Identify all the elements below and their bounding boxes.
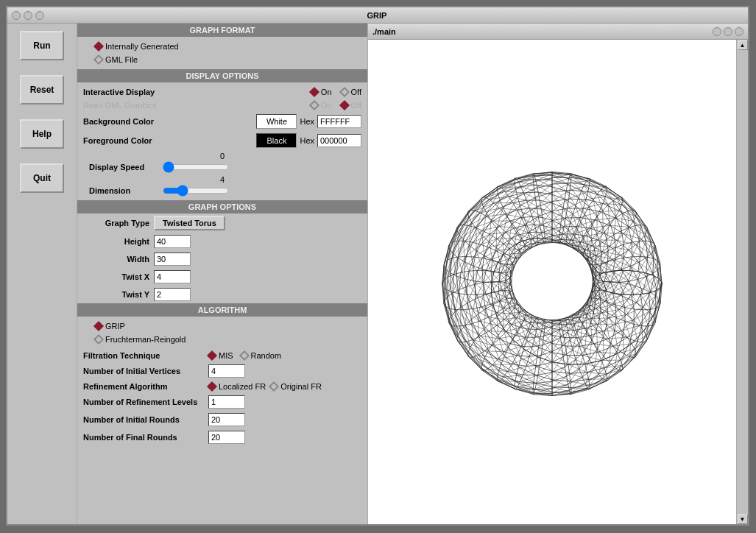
window-title: GRIP	[44, 11, 710, 20]
read-gml-off-radio[interactable]	[339, 100, 349, 110]
scroll-down-arrow[interactable]: ▼	[738, 514, 748, 524]
svg-line-24	[649, 300, 660, 312]
random-radio[interactable]	[239, 350, 249, 361]
svg-line-609	[520, 189, 534, 206]
window-controls	[12, 11, 44, 20]
internally-generated-radio-selected[interactable]	[93, 41, 104, 52]
interactive-on-radio[interactable]	[309, 87, 319, 97]
svg-line-286	[509, 347, 519, 367]
initial-vertices-input[interactable]	[208, 364, 245, 378]
center-panel: GRAPH FORMAT Internally Generated GML Fi…	[77, 24, 368, 524]
height-input[interactable]	[154, 235, 191, 248]
svg-line-463	[491, 272, 500, 282]
grip-radio[interactable]	[93, 321, 104, 331]
svg-line-405	[467, 284, 475, 303]
refinement-levels-input[interactable]	[208, 395, 245, 409]
gml-file-radio[interactable]	[93, 54, 104, 65]
scroll-up-arrow[interactable]: ▲	[738, 40, 748, 50]
svg-line-546	[481, 208, 500, 213]
svg-line-406	[476, 283, 484, 299]
width-input[interactable]	[154, 253, 191, 266]
main-area: Run Reset Help Quit GRAPH FORMAT Interna…	[7, 24, 748, 524]
scroll-track	[737, 50, 748, 514]
svg-line-98	[603, 331, 622, 331]
width-row: Width	[77, 250, 367, 268]
svg-line-607	[526, 207, 537, 224]
canvas-close-btn[interactable]	[713, 27, 721, 36]
background-color-label: Background Color	[83, 117, 154, 126]
svg-line-84	[590, 308, 591, 322]
foreground-hex-input[interactable]	[317, 134, 361, 147]
svg-line-133	[584, 332, 586, 350]
torus-visualization	[398, 127, 707, 437]
display-speed-row: Display Speed	[89, 162, 356, 172]
refinement-levels-row: Number of Refinement Levels	[77, 393, 367, 411]
initial-rounds-row: Number of Initial Rounds	[77, 411, 367, 428]
twist-x-input[interactable]	[154, 270, 191, 283]
graph-type-button[interactable]: Twisted Torus	[154, 216, 225, 230]
svg-line-806	[623, 227, 629, 244]
foreground-color-button[interactable]: Black	[256, 133, 297, 148]
svg-line-123	[585, 328, 603, 331]
canvas-controls	[713, 27, 743, 36]
read-gml-label: Read GML Graphics	[83, 101, 157, 110]
display-speed-value: 0	[89, 152, 356, 160]
initial-rounds-label: Number of Initial Rounds	[83, 415, 208, 424]
svg-line-97	[608, 337, 627, 339]
minimize-btn[interactable]	[24, 11, 32, 20]
svg-line-732	[606, 186, 617, 198]
svg-line-689	[566, 191, 576, 206]
help-button[interactable]: Help	[20, 119, 64, 149]
svg-line-573	[510, 221, 525, 225]
svg-line-488	[484, 255, 491, 272]
width-label: Width	[83, 255, 149, 264]
dimension-slider[interactable]	[163, 186, 229, 196]
svg-line-499	[465, 230, 482, 241]
interactive-display-row: Interactive Display On Off	[83, 85, 361, 99]
display-speed-slider[interactable]	[163, 162, 229, 172]
background-color-button[interactable]: White	[256, 114, 297, 129]
canvas-maximize-btn[interactable]	[735, 27, 743, 36]
graph-format-content: Internally Generated GML File	[77, 37, 367, 69]
maximize-btn[interactable]	[35, 11, 44, 20]
svg-line-366	[509, 303, 517, 304]
svg-line-27	[629, 289, 643, 299]
reset-button[interactable]: Reset	[20, 75, 64, 105]
refinement-levels-label: Number of Refinement Levels	[83, 398, 208, 406]
close-btn[interactable]	[12, 11, 21, 20]
internally-generated-label: Internally Generated	[105, 42, 179, 51]
read-gml-on-radio[interactable]	[309, 100, 319, 110]
dimension-value: 4	[89, 175, 356, 184]
filtration-row: Filtration Technique MIS Random	[77, 349, 367, 362]
main-window: GRIP Run Reset Help Quit GRAPH FORMAT In…	[6, 6, 749, 526]
title-bar: GRIP	[7, 7, 748, 24]
canvas-minimize-btn[interactable]	[724, 27, 732, 36]
svg-line-43	[643, 310, 649, 326]
original-fr-radio[interactable]	[269, 381, 279, 392]
foreground-color-row: Foreground Color Black Hex	[83, 131, 361, 150]
interactive-off-label: Off	[351, 88, 361, 96]
svg-line-747	[592, 246, 610, 247]
interactive-off-radio[interactable]	[339, 87, 349, 97]
graph-format-header: GRAPH FORMAT	[77, 24, 367, 37]
mis-radio[interactable]	[207, 350, 217, 361]
localized-fr-radio[interactable]	[207, 381, 217, 392]
canvas-title-bar: ./main	[368, 24, 748, 40]
background-hex-input[interactable]	[317, 115, 361, 128]
quit-button[interactable]: Quit	[20, 163, 64, 193]
svg-line-783	[614, 217, 616, 234]
twist-y-input[interactable]	[154, 288, 191, 301]
fruchterman-radio[interactable]	[93, 334, 104, 345]
canvas-title: ./main	[372, 27, 396, 36]
svg-line-193	[552, 343, 567, 355]
run-button[interactable]: Run	[20, 31, 64, 60]
dimension-row: Dimension	[89, 186, 356, 196]
svg-line-111	[604, 337, 604, 356]
svg-line-805	[632, 226, 635, 243]
read-gml-off-label: Off	[351, 101, 361, 110]
svg-line-705	[588, 191, 607, 192]
fruchterman-label: Fruchterman-Reingold	[105, 335, 186, 344]
svg-line-480	[504, 253, 514, 255]
final-rounds-input[interactable]	[208, 431, 245, 444]
initial-rounds-input[interactable]	[208, 413, 245, 426]
